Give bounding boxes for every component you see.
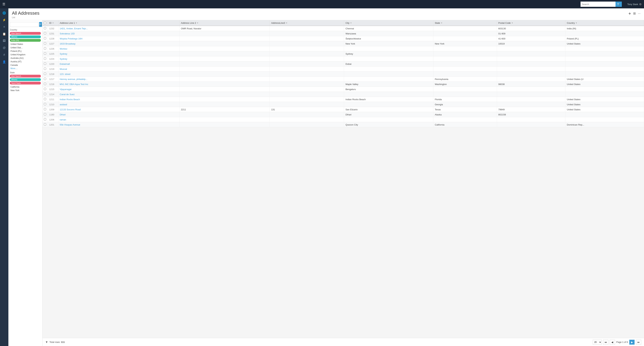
row-checkbox-cell[interactable] [42,117,48,122]
col-addr3[interactable]: AddressLine3 ▼ [270,20,344,26]
page-next-button[interactable]: ▶ [629,340,634,345]
row-checkbox[interactable] [44,78,46,80]
filter-country-more[interactable]: More.... [10,67,41,70]
filter-state-california[interactable]: California [10,85,41,89]
row-checkbox-cell[interactable] [42,87,48,92]
row-checkbox-cell[interactable] [42,51,48,56]
sidebar-item-chart[interactable]: ⚡ [1,17,8,23]
filter-country-canada[interactable]: Canada [10,63,41,67]
filter-country-india[interactable]: India (IN) [10,39,41,42]
col-addr1[interactable]: Address Line 1 ▼ [58,20,179,26]
row-checkbox[interactable] [44,83,46,85]
filter-state-tamil[interactable]: Tamil Nadu [10,82,41,84]
page-prev-button[interactable]: ◀ [610,340,615,345]
sidebar-item-book[interactable]: 📋 [1,31,8,37]
row-checkbox[interactable] [44,52,46,55]
col-state[interactable]: State ▼ [433,20,497,26]
more-options-icon[interactable]: ··· [638,12,640,15]
col-checkbox[interactable] [42,20,48,26]
filter-country-us[interactable]: United States [10,42,41,46]
row-checkbox-cell[interactable] [42,61,48,66]
row-checkbox[interactable] [44,123,46,126]
row-addr1[interactable]: Sydney [58,56,179,61]
row-checkbox[interactable] [44,37,46,39]
filter-country-uk[interactable]: United Kingdom [10,53,41,56]
row-addr1[interactable]: 1633 Broadway [58,41,179,46]
sidebar-item-globe[interactable]: 🌐 [1,10,8,16]
filter-country-blank[interactable]: (Blank) [10,35,41,38]
row-checkbox[interactable] [44,88,46,90]
row-addr1[interactable]: 14D1, Amber, Emami Tejo... [58,26,179,31]
row-checkbox[interactable] [44,68,46,70]
filter-country-not-specified[interactable]: (Not Specif... [10,32,41,35]
select-all-checkbox[interactable] [44,22,46,24]
menu-icon[interactable]: ☰ [2,2,5,6]
col-postal[interactable]: Postal Code ▼ [497,20,565,26]
row-checkbox-cell[interactable] [42,31,48,36]
page-first-button[interactable]: ⏮ [603,340,608,345]
row-checkbox[interactable] [44,93,46,95]
add-button[interactable]: + [628,11,631,16]
filter-country-us2[interactable]: United Stat... [10,46,41,49]
row-addr1[interactable]: Canal de Suez [58,92,179,97]
row-checkbox-cell[interactable] [42,66,48,72]
row-checkbox[interactable] [44,27,46,29]
row-checkbox-cell[interactable] [42,112,48,117]
row-checkbox-cell[interactable] [42,72,48,77]
row-addr1[interactable]: 12133 Socorro Road [58,107,179,112]
row-checkbox-cell[interactable] [42,92,48,97]
row-addr1[interactable]: Sydney [58,51,179,56]
col-id[interactable]: ID ▼ [48,20,58,26]
filter-toggle-button[interactable]: ▼ [45,341,48,344]
row-addr1[interactable]: Wojska Polskiego 16H [58,36,179,41]
row-checkbox-cell[interactable] [42,122,48,127]
row-addr1[interactable]: Vijayanagar [58,87,179,92]
search-input[interactable] [580,1,616,7]
row-addr1[interactable]: Workez [58,46,179,51]
grid-view-icon[interactable]: ⊞ [633,11,636,15]
row-checkbox[interactable] [44,108,46,110]
sidebar-item-email[interactable]: @ [1,45,8,51]
page-last-button[interactable]: ⏭ [636,340,641,345]
table-scroll[interactable]: ID ▼ Address Line 1 ▼ Address Line 2 ▼ A… [42,20,644,338]
col-country[interactable]: Country ▼ [565,20,644,26]
row-checkbox[interactable] [44,73,46,75]
row-addr1[interactable]: Sokratesa 13D [58,31,179,36]
filter-country-au[interactable]: Australia (AU) [10,56,41,60]
row-checkbox-cell[interactable] [42,41,48,46]
row-checkbox-cell[interactable] [42,36,48,41]
sidebar-item-image[interactable]: 🖼 [1,38,8,44]
filter-country-at[interactable]: Austria (AT) [10,60,41,63]
row-addr1[interactable]: raman [58,117,179,122]
row-checkbox[interactable] [44,113,46,115]
filter-state-newyork[interactable]: New York [10,89,41,92]
row-checkbox[interactable] [44,62,46,65]
row-addr1[interactable]: Dubaimall [58,61,179,66]
rows-per-page-select[interactable]: 20 50 100 [593,340,602,345]
row-checkbox[interactable] [44,32,46,34]
filter-country-poland[interactable]: Poland (PL) [10,49,41,53]
row-checkbox[interactable] [44,47,46,50]
sidebar-item-user[interactable]: 👤 [1,59,8,65]
row-addr1[interactable]: Henrey avenue, philadelp... [58,77,179,82]
row-checkbox-cell[interactable] [42,102,48,107]
row-checkbox-cell[interactable] [42,26,48,31]
row-checkbox-cell[interactable] [42,82,48,87]
row-addr1[interactable]: 55b Visayas Avenue [58,122,179,127]
row-checkbox-cell[interactable] [42,97,48,102]
row-addr1[interactable]: Dihari [58,112,179,117]
filter-state-not-specified[interactable]: (Not Specif... [10,75,41,77]
filter-state-blank[interactable]: (Blank) [10,78,41,81]
col-addr2[interactable]: Address Line 2 ▼ [179,20,270,26]
row-checkbox[interactable] [44,42,46,44]
row-checkbox-cell[interactable] [42,56,48,61]
search-button[interactable]: 🔍 [616,1,622,7]
sidebar-item-layers[interactable]: ≡ [1,24,8,30]
row-addr1[interactable]: 123. street [58,72,179,77]
row-checkbox-cell[interactable] [42,107,48,112]
row-addr1[interactable]: MVL INC DBA Aqua Test Inc [58,82,179,87]
row-checkbox[interactable] [44,118,46,121]
row-checkbox[interactable] [44,103,46,105]
row-checkbox-cell[interactable] [42,46,48,51]
sidebar-item-hash[interactable]: # [1,52,8,58]
